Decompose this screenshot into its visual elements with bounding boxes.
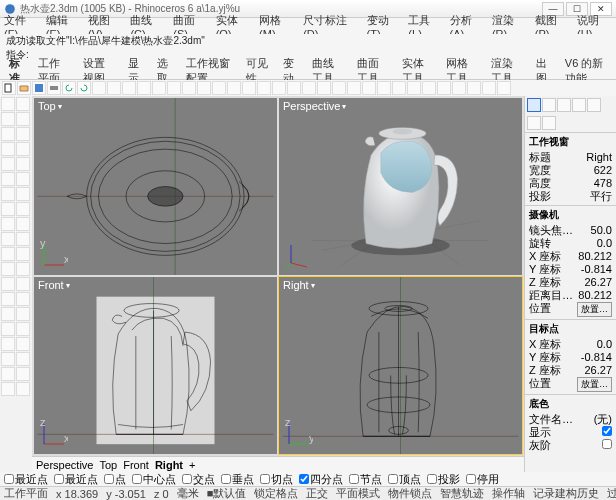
tool-icon[interactable] [16,367,30,381]
toolbar-icon[interactable] [152,81,166,95]
prop-value[interactable]: -0.814 [581,351,612,364]
viewport-front[interactable]: Front▾ [34,277,277,454]
prop-value[interactable]: (无) [594,413,612,426]
toolbar-icon[interactable] [107,81,121,95]
new-icon[interactable] [2,81,16,95]
toolbar-icon[interactable] [197,81,211,95]
chevron-down-icon[interactable]: ▾ [66,281,70,290]
status-gumball[interactable]: 操作轴 [492,486,525,500]
tool-icon[interactable] [16,217,30,231]
viewport-top[interactable]: Top▾ xy [34,98,277,275]
tool-icon[interactable] [16,157,30,171]
tool-icon[interactable] [1,262,15,276]
toolbar-icon[interactable] [437,81,451,95]
toolbar-icon[interactable] [242,81,256,95]
toolbar-icon[interactable] [227,81,241,95]
tool-icon[interactable] [1,97,15,111]
tool-icon[interactable] [1,217,15,231]
chevron-down-icon[interactable]: ▾ [311,281,315,290]
tool-icon[interactable] [16,277,30,291]
tool-icon[interactable] [16,337,30,351]
tab-right[interactable]: Right [155,459,183,471]
viewport-label[interactable]: Perspective [283,100,340,112]
osnap-item[interactable]: 交点 [182,472,215,487]
status-filter[interactable]: 过滤器 [607,486,616,500]
osnap-item[interactable]: 四分点 [299,472,343,487]
toolbar-icon[interactable] [467,81,481,95]
tool-icon[interactable] [16,97,30,111]
place-button[interactable]: 放置… [577,377,612,392]
prop-value[interactable]: 26.27 [584,364,612,377]
status-units[interactable]: 毫米 [177,486,199,500]
toolbar-icon[interactable] [422,81,436,95]
prop-value[interactable]: -0.814 [581,263,612,276]
tab-perspective[interactable]: Perspective [36,459,93,471]
tool-icon[interactable] [16,247,30,261]
tool-icon[interactable] [16,202,30,216]
tool-icon[interactable] [1,322,15,336]
tool-icon[interactable] [1,202,15,216]
save-icon[interactable] [32,81,46,95]
prop-value[interactable]: 622 [594,164,612,177]
toolbar-icon[interactable] [167,81,181,95]
status-layer[interactable]: ■默认值 [207,486,247,500]
toolbar-icon[interactable] [452,81,466,95]
prop-value[interactable]: 26.27 [584,276,612,289]
properties-icon[interactable] [527,98,541,112]
status-history[interactable]: 记录建构历史 [533,486,599,500]
tool-icon[interactable] [1,187,15,201]
camera-icon[interactable] [542,116,556,130]
tab-top[interactable]: Top [99,459,117,471]
undo-icon[interactable] [62,81,76,95]
tool-icon[interactable] [1,277,15,291]
tool-icon[interactable] [16,292,30,306]
tool-icon[interactable] [16,382,30,396]
osnap-item[interactable]: 投影 [427,472,460,487]
tool-icon[interactable] [1,172,15,186]
tool-icon[interactable] [1,232,15,246]
toolbar-icon[interactable] [407,81,421,95]
status-ortho[interactable]: 正交 [306,486,328,500]
prop-value[interactable]: 0.0 [597,338,612,351]
prop-value[interactable]: 80.212 [578,289,612,302]
toolbar-icon[interactable] [347,81,361,95]
osnap-item[interactable]: 点 [104,472,126,487]
tool-icon[interactable] [1,367,15,381]
materials-icon[interactable] [557,98,571,112]
prop-value[interactable]: 50.0 [591,224,612,237]
tool-icon[interactable] [16,262,30,276]
toolbar-icon[interactable] [392,81,406,95]
layers-icon[interactable] [572,98,586,112]
tool-icon[interactable] [1,307,15,321]
place-button[interactable]: 放置… [577,302,612,317]
toolbar-icon[interactable] [317,81,331,95]
toolbar-icon[interactable] [137,81,151,95]
osnap-item[interactable]: 切点 [260,472,293,487]
viewport-label[interactable]: Top [38,100,56,112]
toolbar-icon[interactable] [497,81,511,95]
prop-value[interactable]: Right [586,151,612,164]
osnap-item[interactable]: 最近点 [54,472,98,487]
toolbar-icon[interactable] [92,81,106,95]
tool-icon[interactable] [16,322,30,336]
tool-icon[interactable] [1,157,15,171]
toolbar-icon[interactable] [287,81,301,95]
toolbar-icon[interactable] [272,81,286,95]
chevron-down-icon[interactable]: ▾ [58,102,62,111]
help-icon[interactable] [587,98,601,112]
show-checkbox[interactable] [602,426,612,436]
prop-value[interactable]: 80.212 [578,250,612,263]
tool-icon[interactable] [1,247,15,261]
tool-icon[interactable] [16,172,30,186]
viewport-props-icon[interactable] [527,116,541,130]
prop-value[interactable]: 平行 [590,190,612,203]
print-icon[interactable] [47,81,61,95]
tool-icon[interactable] [1,142,15,156]
osnap-item[interactable]: 顶点 [388,472,421,487]
tool-icon[interactable] [16,112,30,126]
viewport-perspective[interactable]: Perspective▾ [279,98,522,275]
toolbar-icon[interactable] [212,81,226,95]
tool-icon[interactable] [1,352,15,366]
prop-value[interactable]: 478 [594,177,612,190]
chevron-down-icon[interactable]: ▾ [342,102,346,111]
